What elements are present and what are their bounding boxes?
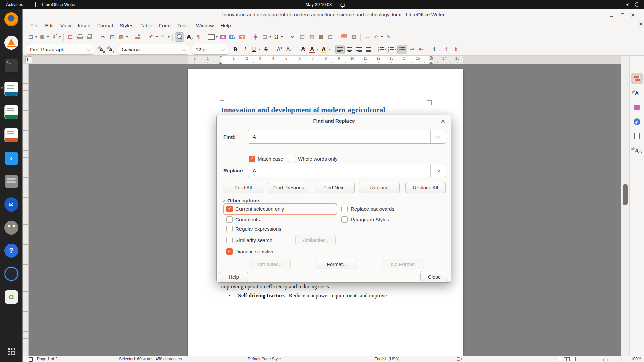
similarity-search-checkbox[interactable] <box>226 237 233 243</box>
toolbar-button-no-list[interactable] <box>397 45 407 54</box>
menu-item-file[interactable]: File <box>27 21 42 31</box>
zoom-thumb[interactable] <box>603 358 608 362</box>
sidebar-tab-navigator[interactable] <box>631 116 643 127</box>
dock-item-thunderbird[interactable]: ✉ <box>3 196 19 213</box>
toolbar-button-underline[interactable]: U <box>250 45 261 54</box>
toolbar-button-align-center[interactable] <box>345 45 354 54</box>
chevron-down-icon[interactable] <box>179 44 189 54</box>
comments-checkbox[interactable] <box>226 216 233 223</box>
dock-item-help[interactable]: ? <box>3 243 19 259</box>
toolbar-button-justify[interactable] <box>364 45 373 54</box>
sidebar-tab-style-inspector[interactable]: A <box>631 145 643 156</box>
dropdown-arrow-icon[interactable] <box>439 49 441 50</box>
close-button[interactable]: Close <box>420 271 448 282</box>
toolbar-button-increase-paragraph-spacing[interactable]: ⇞ <box>442 45 451 54</box>
menu-item-table[interactable]: Table <box>137 21 156 31</box>
dock-item-show-applications[interactable] <box>3 343 19 359</box>
toolbar-button-insert-comment[interactable] <box>339 32 349 42</box>
toolbar-button-font-color[interactable]: A <box>308 45 319 54</box>
toolbar-button-track-changes[interactable]: ▦ <box>349 32 358 42</box>
replace-all-button[interactable]: Replace All <box>405 182 446 193</box>
toolbar-button-line-spacing[interactable]: ↕ <box>430 45 442 54</box>
diacritic-sensitive-checkbox[interactable] <box>226 248 233 255</box>
dock-item-vlc[interactable] <box>3 35 19 51</box>
menu-item-view[interactable]: View <box>57 21 74 31</box>
toolbar-button-new-style-from-selection[interactable]: A <box>106 45 115 54</box>
find-input[interactable]: A <box>248 130 446 144</box>
toolbar-button-hyperlink[interactable]: ∞ <box>288 32 298 42</box>
toolbar-button-copy[interactable]: ▧ <box>108 32 117 42</box>
power-icon[interactable] <box>635 2 639 7</box>
sidebar-tab-page[interactable] <box>631 130 643 142</box>
dropdown-arrow-icon[interactable] <box>385 49 387 50</box>
toolbar-button-spelling[interactable]: A <box>184 32 194 42</box>
volume-icon[interactable]: ◄) <box>625 3 629 6</box>
zoom-out-icon[interactable]: − <box>583 357 586 362</box>
menu-item-tools[interactable]: Tools <box>174 21 193 31</box>
chevron-down-icon[interactable] <box>218 44 228 54</box>
toolbar-button-subscript[interactable]: A₂ <box>284 45 294 54</box>
book-view-icon[interactable] <box>571 357 576 361</box>
toolbar-button-new-document[interactable]: ▤ <box>26 32 38 42</box>
font-size-combobox[interactable]: 12 pt <box>192 44 228 55</box>
replace-input[interactable]: A <box>248 164 446 177</box>
menu-item-window[interactable]: Window <box>193 21 217 31</box>
toolbar-button-superscript[interactable]: A² <box>275 45 284 54</box>
menu-item-styles[interactable]: Styles <box>116 21 137 31</box>
current-selection-only-checkbox[interactable] <box>226 206 233 212</box>
horizontal-ruler[interactable]: 21 123456789101112131415161718 <box>23 56 621 64</box>
dropdown-arrow-icon[interactable] <box>395 49 397 50</box>
close-window-button[interactable] <box>629 11 637 19</box>
toolbar-button-insert-chart[interactable] <box>228 32 237 42</box>
menu-item-help[interactable]: Help <box>217 21 234 31</box>
toolbar-button-highlight-color[interactable]: A <box>319 45 331 54</box>
toolbar-button-decrease-indent[interactable]: ⇤ <box>416 45 426 54</box>
menu-item-format[interactable]: Format <box>94 21 117 31</box>
dock-item-software[interactable]: ♻ <box>3 289 19 305</box>
right-margin-marker[interactable] <box>429 56 433 58</box>
toolbar-button-undo[interactable]: ↶ <box>147 32 159 42</box>
toolbar-button-cross-reference[interactable]: ▤ <box>326 32 335 42</box>
vertical-ruler[interactable] <box>23 64 29 356</box>
dropdown-arrow-icon[interactable] <box>156 36 158 38</box>
dropdown-arrow-icon[interactable] <box>47 36 49 38</box>
dropdown-arrow-icon[interactable] <box>317 49 319 50</box>
chevron-down-icon[interactable] <box>430 164 446 177</box>
menu-item-form[interactable]: Form <box>156 21 174 31</box>
no-format-button[interactable]: No Format <box>382 259 424 269</box>
match-case-checkbox[interactable] <box>249 156 255 162</box>
vertical-scrollbar[interactable] <box>621 56 629 356</box>
sidebar-tab-properties[interactable] <box>631 73 643 84</box>
toolbar-button-ordered-list[interactable] <box>387 45 397 54</box>
find-all-button[interactable]: Find All <box>223 182 264 193</box>
toolbar-button-open[interactable]: ▣ <box>38 32 50 42</box>
toolbar-button-decrease-paragraph-spacing[interactable]: ⇟ <box>451 45 461 54</box>
other-options-expander-icon[interactable] <box>221 198 225 203</box>
toolbar-button-update-selected-style[interactable]: A <box>97 45 106 54</box>
similarities-button[interactable]: Similarities... <box>295 235 336 245</box>
dock-item-libreoffice-impress[interactable] <box>3 127 19 143</box>
dropdown-arrow-icon[interactable] <box>381 36 383 38</box>
left-margin-marker[interactable] <box>219 56 222 58</box>
dock-item-libreoffice-calc[interactable] <box>3 104 19 120</box>
chevron-down-icon[interactable] <box>84 44 94 54</box>
toolbar-button-formatting-marks[interactable]: ¶ <box>194 32 203 42</box>
find-next-button[interactable]: Find Next <box>314 182 355 193</box>
toolbar-button-align-right[interactable] <box>354 45 364 54</box>
toolbar-button-find-and-replace[interactable] <box>175 32 184 42</box>
page-count[interactable]: Page 1 of 2 <box>37 356 57 362</box>
replace-button[interactable]: Replace <box>359 182 400 193</box>
toolbar-button-italic[interactable]: I <box>240 45 250 54</box>
dialog-close-icon[interactable] <box>439 117 447 125</box>
dock-item-firefox[interactable] <box>3 11 19 27</box>
dock-item-gimp[interactable] <box>3 220 19 236</box>
regular-expressions-checkbox[interactable] <box>226 226 233 232</box>
attributes-button[interactable]: Attributes... <box>250 259 291 269</box>
dropdown-arrow-icon[interactable] <box>269 36 271 38</box>
help-button[interactable]: Help <box>220 271 248 282</box>
text-language[interactable]: English (USA) <box>374 356 399 362</box>
title-bar[interactable]: Innovation and development of modern agr… <box>23 9 644 21</box>
whole-words-only-checkbox[interactable] <box>289 156 295 162</box>
sidebar-tab-gallery[interactable] <box>631 102 643 113</box>
dock-item-vscode[interactable]: ‹ <box>3 150 19 166</box>
